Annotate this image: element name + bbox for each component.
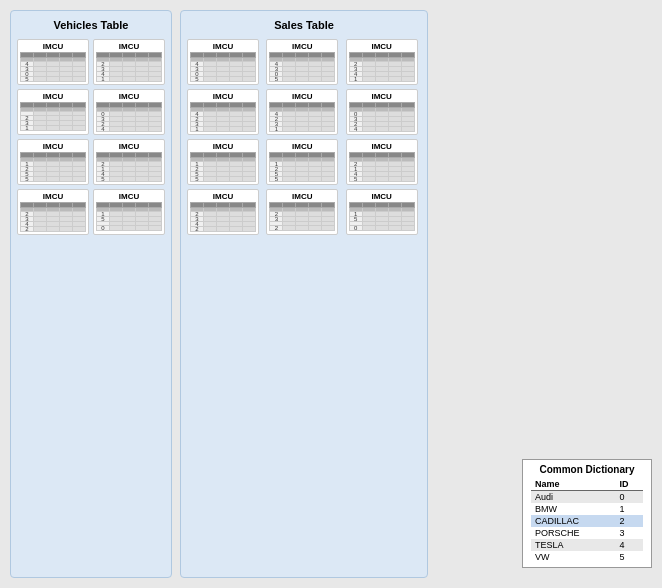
mini-card: IMCU232 [266,189,338,235]
mini-card-title: IMCU [269,142,335,151]
mini-card-title: IMCU [349,142,415,151]
mini-table: 2145 [96,152,162,182]
mini-card: IMCU2342 [17,189,89,235]
dict-name: BMW [531,503,616,515]
mini-card: IMCU2145 [93,139,165,185]
sales-section: Sales Table IMCU4305IMCU4305IMCU2341IMCU… [180,10,428,578]
mini-card: IMCU1255 [187,139,259,185]
mini-table: 2145 [349,152,415,182]
mini-card-title: IMCU [96,142,162,151]
mini-table: 1255 [190,152,256,182]
mini-card-title: IMCU [96,42,162,51]
mini-table: 4231 [269,102,335,132]
dict-name: CADILLAC [531,515,616,527]
mini-table: 0324 [96,102,162,132]
dict-table: Name ID Audi0BMW1CADILLAC2PORSCHE3TESLA4… [531,478,643,563]
mini-table: 4231 [190,102,256,132]
sales-title: Sales Table [187,19,421,31]
mini-card-title: IMCU [20,42,86,51]
mini-card: IMCU150 [93,189,165,235]
mini-card-title: IMCU [20,142,86,151]
mini-card: IMCU1255 [17,139,89,185]
mini-card: IMCU2341 [93,39,165,85]
mini-card-title: IMCU [349,92,415,101]
mini-table: 2341 [96,52,162,82]
mini-card-title: IMCU [20,192,86,201]
mini-table: 231 [20,102,86,131]
dict-row: CADILLAC2 [531,515,643,527]
dict-id: 2 [616,515,643,527]
mini-card: IMCU0324 [93,89,165,135]
mini-card: IMCU4231 [187,89,259,135]
mini-card-title: IMCU [269,92,335,101]
mini-card: IMCU2341 [346,39,418,85]
mini-table: 2341 [349,52,415,82]
dict-row: VW5 [531,551,643,563]
dict-id: 0 [616,491,643,504]
mini-card-title: IMCU [96,92,162,101]
mini-table: 4305 [190,52,256,82]
dict-row: TESLA4 [531,539,643,551]
mini-card: IMCU4305 [187,39,259,85]
mini-card-title: IMCU [190,192,256,201]
mini-card: IMCU4231 [266,89,338,135]
mini-card-title: IMCU [269,42,335,51]
mini-table: 4305 [269,52,335,82]
dict-name: PORSCHE [531,527,616,539]
dict-name: TESLA [531,539,616,551]
mini-card-title: IMCU [349,192,415,201]
dict-row: Audi0 [531,491,643,504]
mini-table: 150 [96,202,162,231]
dict-name: VW [531,551,616,563]
mini-card-title: IMCU [190,142,256,151]
mini-card: IMCU150 [346,189,418,235]
mini-card: IMCU4305 [266,39,338,85]
mini-table: 232 [269,202,335,231]
mini-card-title: IMCU [190,42,256,51]
mini-table: 2342 [20,202,86,232]
sales-grid: IMCU4305IMCU4305IMCU2341IMCU4231IMCU4231… [187,39,421,235]
mini-table: 0324 [349,102,415,132]
mini-table: 2342 [190,202,256,232]
vehicles-section: Vehicles Table IMCU4305IMCU2341IMCU231IM… [10,10,172,578]
dict-col-name: Name [531,478,616,491]
vehicles-grid: IMCU4305IMCU2341IMCU231IMCU0324IMCU1255I… [17,39,165,235]
dict-id: 1 [616,503,643,515]
mini-card: IMCU2145 [346,139,418,185]
mini-table: 4305 [20,52,86,82]
mini-table: 1255 [20,152,86,182]
dict-id: 5 [616,551,643,563]
mini-card-title: IMCU [269,192,335,201]
dict-title: Common Dictionary [531,464,643,475]
mini-card: IMCU2342 [187,189,259,235]
mini-card-title: IMCU [96,192,162,201]
mini-card: IMCU0324 [346,89,418,135]
dict-col-id: ID [616,478,643,491]
mini-table: 1255 [269,152,335,182]
dict-name: Audi [531,491,616,504]
mini-card: IMCU1255 [266,139,338,185]
mini-card: IMCU231 [17,89,89,135]
dict-row: PORSCHE3 [531,527,643,539]
mini-card-title: IMCU [20,92,86,101]
vehicles-title: Vehicles Table [17,19,165,31]
mini-table: 150 [349,202,415,231]
common-dictionary: Common Dictionary Name ID Audi0BMW1CADIL… [522,459,652,568]
mini-card-title: IMCU [349,42,415,51]
dict-row: BMW1 [531,503,643,515]
dict-id: 4 [616,539,643,551]
mini-card: IMCU4305 [17,39,89,85]
dict-id: 3 [616,527,643,539]
mini-card-title: IMCU [190,92,256,101]
